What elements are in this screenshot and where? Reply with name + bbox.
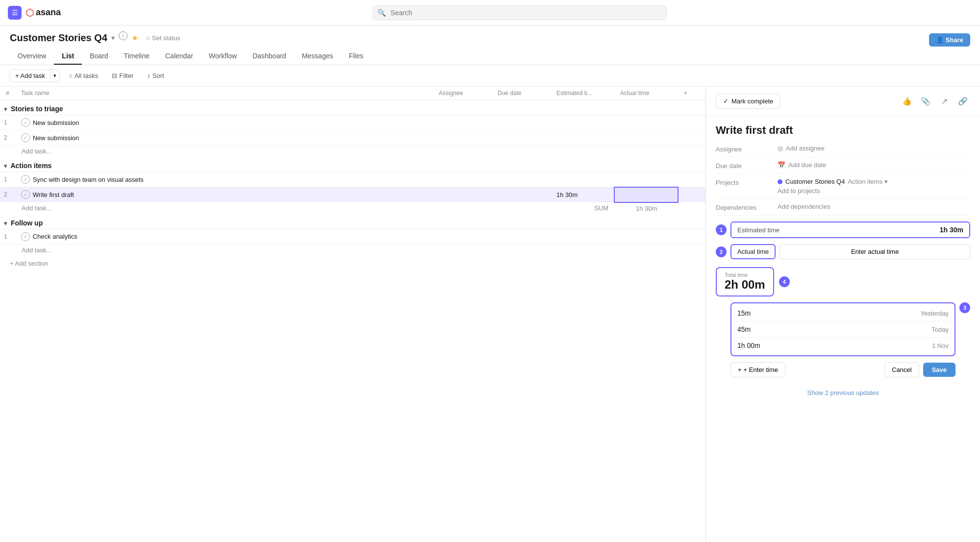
add-task-button[interactable]: + Add task ▾ [10, 69, 60, 82]
tab-overview[interactable]: Overview [10, 48, 54, 65]
project-title-row: Customer Stories Q4 ▾ i ★ ○ Set status [10, 31, 929, 44]
task-actual-time-cell[interactable] [614, 187, 678, 202]
estimated-time-box[interactable]: Estimated time 1h 30m [730, 222, 970, 238]
add-section-row[interactable]: + Add section [0, 256, 705, 271]
add-task-action-label[interactable]: Add task... [0, 202, 551, 214]
table-row[interactable]: 2 ✓ New submission [0, 130, 705, 146]
section-stories-to-triage[interactable]: ▾ Stories to triage [0, 100, 705, 115]
project-info-icon[interactable]: i [119, 31, 127, 40]
project-section: Action items [848, 178, 882, 185]
enter-time-label: + Enter time [744, 366, 778, 373]
show-previous-updates[interactable]: Show 2 previous updates [706, 383, 980, 402]
add-task-dropdown-arrow[interactable]: ▾ [50, 70, 59, 81]
section-toggle-follow[interactable]: ▾ [4, 220, 7, 227]
add-task-label: + Add task [15, 72, 45, 79]
table-row[interactable]: 1 ✓ Sync with design team on visual asse… [0, 172, 705, 187]
add-task-main[interactable]: + Add task [10, 70, 50, 82]
total-time-value: 2h 00m [725, 278, 765, 292]
share-button[interactable]: 👤 Share [929, 33, 970, 47]
task-check-icon[interactable]: ✓ [21, 232, 30, 241]
right-panel: ✓ Mark complete 👍 📎 ↗ 🔗 Write first draf… [705, 87, 980, 542]
col-header-add[interactable]: + [678, 87, 705, 100]
tab-files[interactable]: Files [341, 48, 371, 65]
add-task-row-stories[interactable]: Add task... [0, 146, 705, 157]
time-entry-row[interactable]: 1h 00m 1 Nov [731, 338, 955, 353]
section-follow-up[interactable]: ▾ Follow up [0, 214, 705, 229]
step4-circle: 4 [779, 276, 790, 287]
project-title-chevron[interactable]: ▾ [111, 34, 115, 42]
time-entry-row[interactable]: 15m Yesterday [731, 305, 955, 321]
time-entry-row[interactable]: 45m Today [731, 321, 955, 338]
task-check-icon[interactable]: ✓ [21, 118, 30, 127]
tab-workflow[interactable]: Workflow [201, 48, 245, 65]
time-actions: + + Enter time Cancel Save [730, 362, 955, 377]
section-action-items[interactable]: ▾ Action items [0, 157, 705, 172]
add-task-follow-label[interactable]: Add task... [0, 244, 705, 256]
add-assignee-button[interactable]: ◎ Add assignee [778, 145, 970, 152]
task-num: 1 [0, 229, 15, 244]
add-dependencies-button[interactable]: Add dependencies [778, 203, 970, 210]
col-header-actual-time: Actual time [614, 87, 678, 100]
section-toggle-stories[interactable]: ▾ [4, 106, 7, 113]
asana-logo-text: asana [36, 7, 61, 18]
tab-dashboard[interactable]: Dashboard [245, 48, 294, 65]
table-row[interactable]: 1 ✓ Check analytics [0, 229, 705, 244]
task-check-icon[interactable]: ✓ [21, 190, 30, 199]
tab-calendar[interactable]: Calendar [157, 48, 201, 65]
filter-button[interactable]: ⊟ Filter [107, 70, 138, 82]
add-task-stories-label[interactable]: Add task... [0, 146, 705, 157]
project-section-tag[interactable]: Action items ▾ [848, 178, 888, 185]
all-tasks-button[interactable]: ○ All tasks [64, 70, 103, 82]
task-check-icon[interactable]: ✓ [21, 133, 30, 142]
hamburger-button[interactable]: ☰ [8, 6, 22, 20]
assignee-value: Add assignee [786, 145, 825, 152]
col-header-num: # [0, 87, 15, 100]
tab-timeline[interactable]: Timeline [116, 48, 157, 65]
tab-list[interactable]: List [54, 48, 82, 65]
share-task-icon[interactable]: ↗ [937, 94, 952, 109]
share-label: Share [946, 36, 963, 44]
cancel-button[interactable]: Cancel [884, 362, 919, 377]
project-tag[interactable]: Customer Stories Q4 Action items ▾ [778, 178, 888, 185]
enter-time-button[interactable]: + + Enter time [730, 362, 785, 377]
add-section-label: + Add section [10, 260, 48, 267]
project-title: Customer Stories Q4 [10, 32, 107, 44]
right-panel-header: ✓ Mark complete 👍 📎 ↗ 🔗 [706, 87, 980, 116]
add-task-row-action[interactable]: Add task... SUM 1h 30m [0, 202, 705, 214]
set-status-button[interactable]: ○ Set status [142, 32, 184, 44]
task-check-icon[interactable]: ✓ [21, 175, 30, 184]
add-due-date-button[interactable]: 📅 Add due date [778, 161, 970, 169]
table-row[interactable]: 1 ✓ New submission [0, 115, 705, 130]
time-entry-amount-0: 15m [737, 309, 751, 317]
time-entry-amount-2: 1h 00m [737, 342, 760, 349]
add-to-projects-button[interactable]: Add to projects [778, 187, 888, 195]
actual-time-tag[interactable]: Actual time [730, 244, 776, 259]
thumbs-up-icon[interactable]: 👍 [900, 94, 914, 109]
table-row[interactable]: 2 ✓ Write first draft 1h 30m [0, 187, 705, 202]
task-name-cell-2[interactable]: ✓ New submission [15, 130, 433, 146]
link-icon[interactable]: 🔗 [955, 94, 970, 109]
task-name-cell-1[interactable]: ✓ New submission [15, 115, 433, 130]
col-header-assignee: Assignee [433, 87, 492, 100]
mark-complete-button[interactable]: ✓ Mark complete [716, 94, 780, 109]
sort-button[interactable]: ↕ Sort [142, 70, 169, 82]
add-task-row-follow[interactable]: Add task... [0, 244, 705, 256]
tab-messages[interactable]: Messages [294, 48, 341, 65]
enter-actual-button[interactable]: Enter actual time [779, 244, 970, 259]
asana-logo-icon: ⬡ [25, 7, 34, 19]
field-row-dependencies: Dependencies Add dependencies [716, 199, 970, 216]
search-input[interactable] [373, 5, 667, 20]
project-star-icon[interactable]: ★ [131, 33, 138, 43]
sum-est-value: 1h 30m [614, 202, 678, 214]
tab-board[interactable]: Board [82, 48, 116, 65]
attach-icon[interactable]: 📎 [918, 94, 933, 109]
save-button[interactable]: Save [923, 363, 955, 377]
total-time-section: Total time 2h 00m 4 [716, 267, 970, 296]
task-name: Write first draft [33, 191, 74, 198]
actual-time-row: 2 Actual time Enter actual time [716, 244, 970, 259]
search-icon: 🔍 [377, 9, 386, 17]
sum-label: SUM [551, 202, 614, 214]
dependencies-value: Add dependencies [778, 203, 830, 210]
section-toggle-action[interactable]: ▾ [4, 163, 7, 170]
time-entries-wrapper: 15m Yesterday 45m Today 1h 00m 1 Nov [730, 302, 955, 377]
